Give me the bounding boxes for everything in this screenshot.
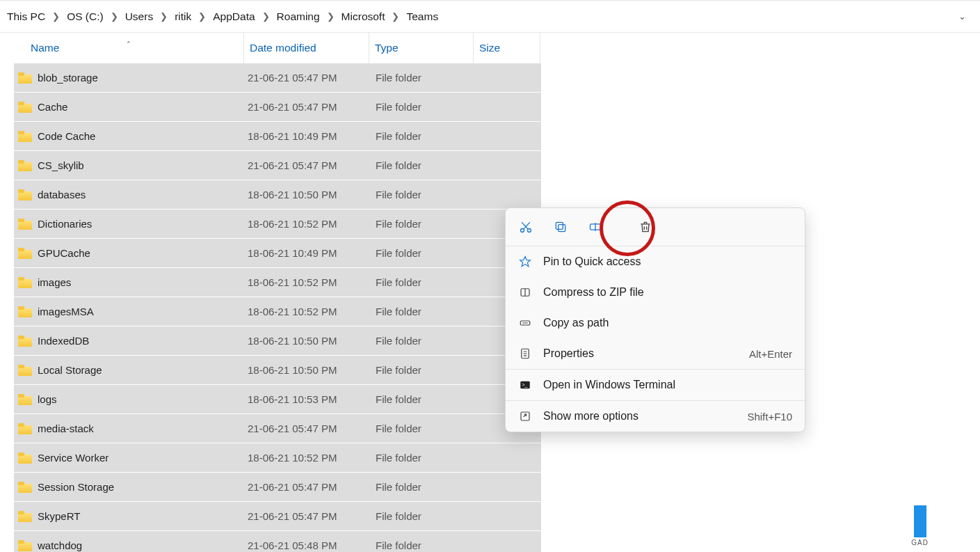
column-size[interactable]: Size <box>473 33 540 63</box>
menu-label: Compress to ZIP file <box>543 286 644 299</box>
chevron-right-icon[interactable]: ❯ <box>106 11 122 22</box>
menu-open-terminal[interactable]: >_ Open in Windows Terminal <box>506 370 805 400</box>
table-row[interactable]: images18-06-21 10:52 PMFile folder <box>14 268 541 297</box>
file-name: Local Storage <box>38 364 102 376</box>
file-name: Service Worker <box>38 452 109 464</box>
column-type[interactable]: Type <box>369 33 473 63</box>
chevron-right-icon[interactable]: ❯ <box>156 11 172 22</box>
file-type: File folder <box>369 306 473 317</box>
chevron-right-icon[interactable]: ❯ <box>323 11 339 22</box>
file-date: 21-06-21 05:47 PM <box>243 423 369 434</box>
cut-icon[interactable] <box>518 219 533 235</box>
menu-compress-zip[interactable]: Compress to ZIP file <box>506 277 805 308</box>
chevron-right-icon[interactable]: ❯ <box>194 11 210 22</box>
table-row[interactable]: media-stack21-06-21 05:47 PMFile folder <box>14 414 541 443</box>
menu-label: Pin to Quick access <box>543 255 641 268</box>
file-name: Session Storage <box>38 481 114 493</box>
menu-label: Open in Windows Terminal <box>543 379 675 391</box>
file-type: File folder <box>369 72 473 84</box>
file-date: 21-06-21 05:47 PM <box>243 481 369 493</box>
breadcrumb[interactable]: This PC ❯ OS (C:) ❯ Users ❯ ritik ❯ AppD… <box>0 1 980 33</box>
file-date: 18-06-21 10:53 PM <box>243 393 369 405</box>
file-type: File folder <box>369 159 473 171</box>
crumb[interactable]: AppData <box>210 10 257 23</box>
file-date: 21-06-21 05:47 PM <box>243 101 369 113</box>
file-name: Dictionaries <box>38 218 92 230</box>
crumb[interactable]: This PC <box>4 10 48 23</box>
crumb[interactable]: Users <box>122 10 156 23</box>
folder-icon <box>18 336 32 347</box>
folder-icon <box>18 511 32 522</box>
folder-icon <box>18 72 32 84</box>
svg-rect-4 <box>559 225 565 232</box>
table-row[interactable]: Session Storage21-06-21 05:47 PMFile fol… <box>14 473 541 501</box>
menu-copy-as-path[interactable]: Copy as path <box>506 308 805 338</box>
file-date: 18-06-21 10:49 PM <box>243 247 369 259</box>
table-row[interactable]: imagesMSA18-06-21 10:52 PMFile folder <box>14 297 541 326</box>
menu-pin-quick-access[interactable]: Pin to Quick access <box>506 246 805 277</box>
delete-icon[interactable] <box>638 219 653 235</box>
menu-label: Show more options <box>543 410 638 423</box>
table-row[interactable]: GPUCache18-06-21 10:49 PMFile folder <box>14 239 541 267</box>
sort-ascending-icon: ˄ <box>127 40 131 49</box>
menu-show-more-options[interactable]: Show more options Shift+F10 <box>506 401 805 432</box>
table-row[interactable]: Dictionaries18-06-21 10:52 PMFile folder <box>14 210 541 238</box>
folder-icon <box>18 423 32 434</box>
file-date: 21-06-21 05:47 PM <box>243 510 369 522</box>
copy-icon[interactable] <box>553 219 568 235</box>
crumb[interactable]: OS (C:) <box>64 10 106 23</box>
file-type: File folder <box>369 101 473 113</box>
folder-icon <box>18 189 32 200</box>
column-name-label: Name <box>31 42 59 54</box>
table-row[interactable]: IndexedDB18-06-21 10:50 PMFile folder <box>14 326 541 355</box>
file-type: File folder <box>369 423 473 434</box>
folder-icon <box>18 131 32 142</box>
crumb[interactable]: Teams <box>403 10 441 23</box>
svg-point-1 <box>528 229 531 232</box>
column-date[interactable]: Date modified <box>243 33 369 63</box>
file-date: 21-06-21 05:47 PM <box>243 72 369 84</box>
crumb[interactable]: Roaming <box>274 10 323 23</box>
rename-icon[interactable] <box>588 219 603 235</box>
crumb[interactable]: Microsoft <box>339 10 388 23</box>
file-type: File folder <box>369 452 473 464</box>
folder-icon <box>18 219 32 230</box>
folder-icon <box>18 482 32 493</box>
table-row[interactable]: watchdog21-06-21 05:48 PMFile folder <box>14 531 541 552</box>
table-row[interactable]: logs18-06-21 10:53 PMFile folder <box>14 385 541 413</box>
file-date: 21-06-21 05:48 PM <box>243 539 369 551</box>
chevron-right-icon[interactable]: ❯ <box>48 11 64 22</box>
table-row[interactable]: Local Storage18-06-21 10:50 PMFile folde… <box>14 356 541 384</box>
folder-icon <box>18 160 32 171</box>
menu-properties[interactable]: Properties Alt+Enter <box>506 338 805 369</box>
file-name: databases <box>38 189 86 200</box>
folder-icon <box>18 102 32 113</box>
chevron-down-icon[interactable]: ⌄ <box>953 11 972 22</box>
chevron-right-icon[interactable]: ❯ <box>258 11 274 22</box>
file-type: File folder <box>369 510 473 522</box>
file-date: 18-06-21 10:50 PM <box>243 364 369 376</box>
file-type: File folder <box>369 247 473 259</box>
folder-icon <box>18 394 32 405</box>
folder-icon <box>18 277 32 288</box>
file-type: File folder <box>369 481 473 493</box>
table-row[interactable]: CS_skylib21-06-21 05:47 PMFile folder <box>14 151 541 180</box>
table-row[interactable]: SkypeRT21-06-21 05:47 PMFile folder <box>14 502 541 530</box>
chevron-right-icon[interactable]: ❯ <box>387 11 403 22</box>
folder-icon <box>18 452 32 464</box>
zip-icon <box>518 286 532 299</box>
table-row[interactable]: Service Worker18-06-21 10:52 PMFile fold… <box>14 443 541 472</box>
file-type: File folder <box>369 189 473 200</box>
table-row[interactable]: blob_storage21-06-21 05:47 PMFile folder <box>14 63 541 92</box>
table-row[interactable]: Cache21-06-21 05:47 PMFile folder <box>14 93 541 121</box>
crumb[interactable]: ritik <box>172 10 194 23</box>
table-row[interactable]: Code Cache18-06-21 10:49 PMFile folder <box>14 122 541 150</box>
table-row[interactable]: databases18-06-21 10:50 PMFile folder <box>14 180 541 209</box>
column-name[interactable]: Name ˄ <box>14 42 243 54</box>
file-name: CS_skylib <box>38 159 84 171</box>
column-headers: Name ˄ Date modified Type Size <box>14 33 541 63</box>
file-name: watchdog <box>38 539 82 551</box>
file-type: File folder <box>369 276 473 288</box>
svg-rect-21 <box>521 412 529 420</box>
file-type: File folder <box>369 539 473 551</box>
